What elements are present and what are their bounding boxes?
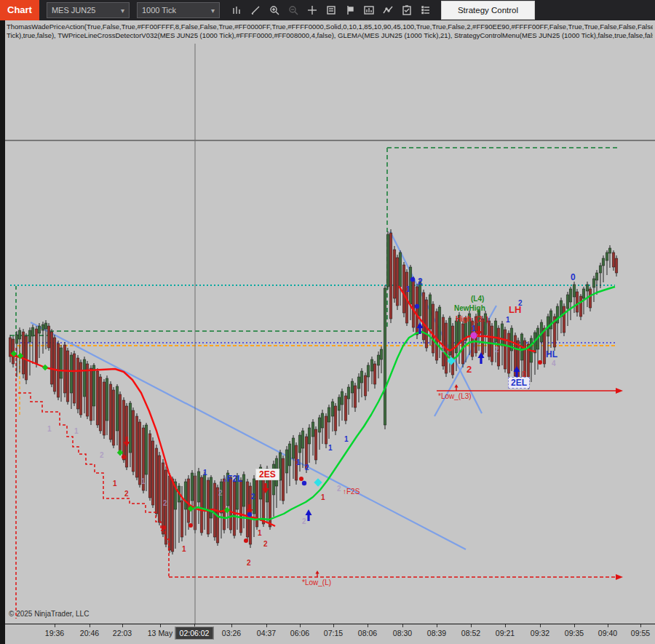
chart-label: 2 <box>495 346 499 354</box>
chart-label: 2 <box>251 493 255 501</box>
candle-up <box>220 482 223 513</box>
chart-label: NewHigh <box>454 305 485 312</box>
zoom-out-icon[interactable] <box>285 2 302 18</box>
list-icon[interactable] <box>417 2 434 18</box>
chart-label: 2ES <box>255 469 279 480</box>
candle-up <box>288 444 291 466</box>
candle-up <box>347 387 350 399</box>
chart-label: 2 <box>263 541 268 548</box>
candle-down <box>73 354 76 403</box>
candle-down <box>50 332 53 384</box>
axis-time-label: 09:35 <box>565 629 584 637</box>
candle-down <box>25 336 28 380</box>
candle-up <box>367 365 370 377</box>
clipboard-icon[interactable] <box>398 2 416 18</box>
chart-tab[interactable]: Chart <box>0 0 39 20</box>
candle-up <box>44 323 47 329</box>
copyright-text: © 2025 NinjaTrader, LLC <box>9 610 89 618</box>
axis-time-label: 19:36 <box>45 629 64 637</box>
crosshair-icon[interactable] <box>303 2 321 18</box>
chart-label: 1 <box>113 480 117 488</box>
axis-time-label: 20:46 <box>80 629 99 637</box>
interval-dropdown[interactable]: 1000 Tick ▾ <box>137 2 220 18</box>
candle-up <box>608 248 611 253</box>
candle-up <box>116 386 119 431</box>
axis-tick <box>90 624 90 627</box>
candle-up <box>331 402 334 416</box>
instrument-dropdown[interactable]: MES JUN25 ▾ <box>47 2 130 18</box>
candle-down <box>402 265 405 313</box>
candle-up <box>494 321 497 342</box>
candle-up <box>145 425 148 474</box>
candle-down <box>396 258 399 306</box>
candle-down <box>412 279 415 327</box>
chart-label: 0 <box>522 371 526 378</box>
axis-tick <box>333 624 334 627</box>
candle-down <box>187 479 190 522</box>
candle-down <box>76 358 79 409</box>
candle-up <box>606 253 608 261</box>
chart-label: *Low_(L) <box>302 579 331 587</box>
candle-up <box>592 279 595 287</box>
ninjatrader-chart-window: Chart MES JUN25 ▾ 1000 Tick ▾ Strategy C… <box>0 0 655 644</box>
axis-tick <box>368 624 368 627</box>
time-axis[interactable]: 19:3620:4622:0313 May02:06:0203:2604:370… <box>0 624 655 644</box>
chart-left-edge <box>0 20 5 644</box>
candle-up <box>370 359 373 371</box>
chart-canvas[interactable] <box>0 0 655 644</box>
zigzag-icon[interactable] <box>379 2 397 18</box>
candle-up <box>106 378 108 421</box>
chart-label: 2 <box>124 490 129 498</box>
red-dot-marker <box>299 477 303 481</box>
axis-tick <box>471 624 472 627</box>
chart-bars-icon[interactable] <box>228 2 245 18</box>
candle-up <box>360 371 363 383</box>
candle-up <box>197 472 200 502</box>
candle-down <box>47 326 50 348</box>
candle-up <box>384 288 386 425</box>
chart-label: 2 <box>302 518 306 525</box>
red-dot-marker <box>538 360 542 365</box>
chart-label: HL <box>546 350 557 359</box>
candle-up <box>129 403 132 453</box>
strategy-control-button[interactable]: Strategy Control <box>441 1 535 20</box>
axis-tick <box>505 624 506 627</box>
candle-up <box>318 418 321 432</box>
red-tick-marker <box>454 384 458 388</box>
candle-down <box>180 501 183 537</box>
candle-down <box>461 324 464 364</box>
candle-up <box>242 474 245 506</box>
candle-down <box>135 416 138 477</box>
chart-toolbar: Chart MES JUN25 ▾ 1000 Tick ▾ Strategy C… <box>0 0 655 20</box>
axis-time-label: 13 May <box>148 629 172 637</box>
panel-flag-icon[interactable] <box>341 2 359 18</box>
pencil-icon[interactable] <box>247 2 264 18</box>
candle-down <box>158 456 161 522</box>
red-dot-marker <box>188 523 193 528</box>
candle-down <box>504 330 507 369</box>
candle-up <box>569 289 572 302</box>
candle-down <box>589 289 592 308</box>
candle-up <box>70 355 73 393</box>
chart-label: 1 <box>406 286 410 293</box>
red-dot-marker <box>122 455 126 459</box>
axis-tick <box>300 624 301 627</box>
zoom-in-icon[interactable] <box>266 2 283 18</box>
blue-dot-marker <box>415 304 419 309</box>
candle-up <box>191 473 194 501</box>
candle-down <box>35 329 38 364</box>
candle-up <box>28 330 31 342</box>
axis-tick <box>574 624 575 627</box>
chart-label: 2 <box>247 560 251 567</box>
axis-time-label: 09:32 <box>531 629 549 637</box>
axis-time-label: 07:15 <box>324 629 343 637</box>
axis-time-label: 09:21 <box>496 629 515 637</box>
candle-up <box>41 325 44 330</box>
chart-window-icon[interactable] <box>360 2 378 18</box>
interval-value: 1000 Tick <box>142 6 176 15</box>
candle-down <box>22 332 25 374</box>
chart-label: ↑F2S <box>343 488 360 496</box>
blue-dot-marker <box>302 481 306 485</box>
candle-down <box>63 345 66 393</box>
data-box-icon[interactable] <box>322 2 340 18</box>
